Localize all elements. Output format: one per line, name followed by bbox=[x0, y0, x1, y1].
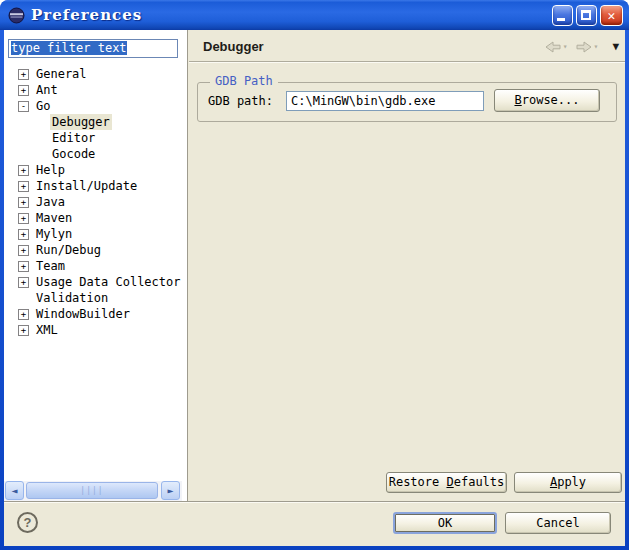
expand-icon[interactable]: + bbox=[18, 85, 29, 96]
window-title: Preferences bbox=[31, 6, 142, 24]
expand-icon[interactable]: + bbox=[18, 325, 29, 336]
tree-item-editor[interactable]: Editor bbox=[4, 130, 187, 146]
tree-item-label: Debugger bbox=[50, 114, 112, 130]
tree-item-debugger[interactable]: Debugger bbox=[4, 114, 187, 130]
forward-dropdown-icon[interactable]: ▾ bbox=[594, 42, 599, 51]
scroll-right-icon[interactable]: ► bbox=[161, 481, 180, 500]
forward-button[interactable]: ▾ bbox=[574, 41, 605, 53]
tree-item-label: Maven bbox=[34, 210, 74, 226]
eclipse-icon[interactable] bbox=[8, 7, 25, 24]
tree-item-label: Validation bbox=[34, 290, 110, 306]
footer: ? OK Cancel bbox=[4, 503, 625, 546]
maximize-button[interactable] bbox=[576, 5, 597, 26]
tree-item-label: Gocode bbox=[50, 146, 97, 162]
filter-input[interactable]: type filter text bbox=[8, 39, 178, 58]
title-bar[interactable]: Preferences ✕ bbox=[0, 0, 629, 30]
tree-item-run-debug[interactable]: +Run/Debug bbox=[4, 242, 187, 258]
maximize-icon bbox=[581, 10, 591, 20]
gdb-path-label: GDB path: bbox=[208, 94, 273, 108]
page-title: Debugger bbox=[203, 39, 264, 54]
cancel-button[interactable]: Cancel bbox=[505, 512, 611, 534]
tree-item-label: General bbox=[34, 66, 89, 82]
tree-item-label: Install/Update bbox=[34, 178, 139, 194]
preferences-tree: +General+Ant-GoDebuggerEditorGocode+Help… bbox=[4, 66, 187, 338]
filter-input-value: type filter text bbox=[11, 41, 127, 55]
main-panel: Debugger ▾ ▾ ▼ GDB Path bbox=[189, 30, 625, 501]
scrollbar-thumb[interactable]: |||| bbox=[26, 482, 158, 499]
tree-item-usage-data-collector[interactable]: +Usage Data Collector bbox=[4, 274, 187, 290]
view-menu-icon[interactable]: ▼ bbox=[612, 40, 619, 53]
close-button[interactable]: ✕ bbox=[600, 5, 623, 26]
tree-item-gocode[interactable]: Gocode bbox=[4, 146, 187, 162]
gdb-path-group: GDB Path GDB path: C:\MinGW\bin\gdb.exe … bbox=[197, 82, 617, 122]
tree-item-label: Team bbox=[34, 258, 67, 274]
tree-item-label: Mylyn bbox=[34, 226, 74, 242]
tree-item-general[interactable]: +General bbox=[4, 66, 187, 82]
back-arrow-icon bbox=[545, 41, 561, 53]
tree-item-xml[interactable]: +XML bbox=[4, 322, 187, 338]
tree-item-windowbuilder[interactable]: +WindowBuilder bbox=[4, 306, 187, 322]
expand-icon[interactable]: + bbox=[18, 197, 29, 208]
tree-item-label: Go bbox=[34, 98, 52, 114]
tree-horizontal-scrollbar[interactable]: ◄ |||| ► bbox=[4, 481, 182, 501]
browse-button[interactable]: Browse... bbox=[494, 89, 600, 112]
tree-item-label: WindowBuilder bbox=[34, 306, 132, 322]
minimize-button[interactable] bbox=[552, 5, 573, 26]
tree-item-label: Run/Debug bbox=[34, 242, 103, 258]
apply-button[interactable]: Apply bbox=[514, 472, 622, 493]
expand-icon[interactable]: + bbox=[18, 309, 29, 320]
header-separator bbox=[189, 61, 625, 63]
expand-icon[interactable]: + bbox=[18, 245, 29, 256]
tree-item-ant[interactable]: +Ant bbox=[4, 82, 187, 98]
tree-item-maven[interactable]: +Maven bbox=[4, 210, 187, 226]
back-dropdown-icon[interactable]: ▾ bbox=[563, 42, 568, 51]
tree-item-label: Editor bbox=[50, 130, 97, 146]
tree-item-label: Help bbox=[34, 162, 67, 178]
tree-item-help[interactable]: +Help bbox=[4, 162, 187, 178]
tree-item-label: XML bbox=[34, 322, 60, 338]
help-button[interactable]: ? bbox=[17, 512, 38, 533]
preferences-window: Preferences ✕ type filter text +General+… bbox=[0, 0, 629, 550]
nav-toolbar: ▾ ▾ ▼ bbox=[543, 40, 619, 53]
ok-button[interactable]: OK bbox=[393, 512, 497, 534]
tree-item-java[interactable]: +Java bbox=[4, 194, 187, 210]
dialog-content: type filter text +General+Ant-GoDebugger… bbox=[4, 30, 625, 546]
tree-item-label: Ant bbox=[34, 82, 60, 98]
tree-item-team[interactable]: +Team bbox=[4, 258, 187, 274]
expand-icon[interactable]: + bbox=[18, 229, 29, 240]
expand-icon[interactable]: + bbox=[18, 181, 29, 192]
sidebar: type filter text +General+Ant-GoDebugger… bbox=[4, 30, 188, 501]
tree-item-label: Java bbox=[34, 194, 67, 210]
expand-icon[interactable]: + bbox=[18, 69, 29, 80]
expand-icon[interactable]: + bbox=[18, 213, 29, 224]
tree-item-validation[interactable]: Validation bbox=[4, 290, 187, 306]
scroll-left-icon[interactable]: ◄ bbox=[5, 481, 24, 500]
expand-icon[interactable]: + bbox=[18, 165, 29, 176]
forward-arrow-icon bbox=[576, 41, 592, 53]
restore-defaults-button[interactable]: Restore Defaults bbox=[386, 472, 507, 493]
collapse-icon[interactable]: - bbox=[18, 101, 29, 112]
expand-icon[interactable]: + bbox=[18, 261, 29, 272]
tree-item-install-update[interactable]: +Install/Update bbox=[4, 178, 187, 194]
tree-item-label: Usage Data Collector bbox=[34, 274, 183, 290]
group-legend: GDB Path bbox=[210, 74, 278, 88]
back-button[interactable]: ▾ bbox=[543, 41, 574, 53]
gdb-path-input[interactable]: C:\MinGW\bin\gdb.exe bbox=[286, 91, 484, 111]
tree-item-go[interactable]: -Go bbox=[4, 98, 187, 114]
minimize-icon bbox=[557, 18, 565, 21]
expand-icon[interactable]: + bbox=[18, 277, 29, 288]
tree-item-mylyn[interactable]: +Mylyn bbox=[4, 226, 187, 242]
